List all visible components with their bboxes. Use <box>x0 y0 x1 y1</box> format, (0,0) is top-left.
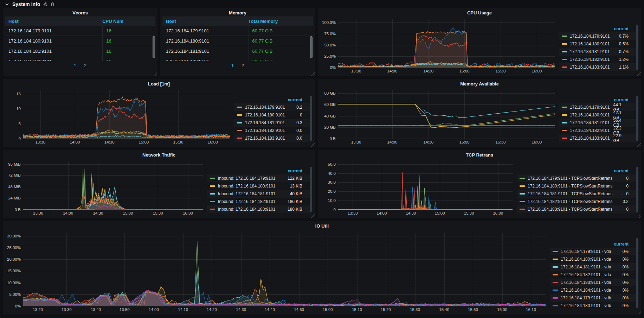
column-header-host[interactable]: Host <box>8 19 102 24</box>
legend-series-label: 172.16.184.179:9101 <box>570 105 610 110</box>
legend-scrollbar-thumb[interactable] <box>310 167 312 212</box>
legend-item[interactable]: 172.16.184.180:91010.5% <box>559 40 638 48</box>
x-tick-label: 13:30 <box>346 140 367 144</box>
legend-current-value: 0 <box>296 113 302 117</box>
y-tick-label: 30.0 <box>328 180 336 184</box>
panel-resize-handle[interactable] <box>311 214 315 218</box>
legend-item[interactable]: 172.16.184.184:9101 - vda0% <box>550 286 638 294</box>
legend-color-swatch <box>562 43 567 45</box>
host-cell: 172.16.184.180:9101 <box>166 38 249 44</box>
legend-item[interactable]: 172.16.184.179:9101 - vda0% <box>550 248 638 255</box>
legend-item[interactable]: 172.16.184.181:9101 - TCPSlowStartRetran… <box>517 190 638 198</box>
legend-item[interactable]: 172.16.184.182:91010.0 <box>234 127 311 134</box>
x-tick-label: 13:40 <box>85 307 107 312</box>
panel-resize-handle[interactable] <box>637 143 641 147</box>
x-tick-label: 15:30 <box>168 140 189 144</box>
panel-resize-handle[interactable] <box>311 72 315 76</box>
legend-item[interactable]: 172.16.184.182:91011.2% <box>559 56 638 63</box>
legend-scrollbar-thumb[interactable] <box>636 167 638 212</box>
panel-title-tcp-retrans[interactable]: TCP Retrans <box>320 151 639 159</box>
table-vcores: HostCPU Num172.16.184.179:910116172.16.1… <box>5 17 155 75</box>
x-tick-label: 14:40 <box>259 307 280 312</box>
x-tick-label: 14:30 <box>231 307 252 312</box>
legend-item[interactable]: 172.16.184.182:9101 - TCPSlowStartRetran… <box>517 198 638 205</box>
legend-item[interactable]: 172.16.184.180:91010 <box>234 111 311 119</box>
trash-icon[interactable] <box>51 2 54 6</box>
legend-item[interactable]: 172.16.184.179:91010.2 <box>234 103 311 111</box>
series-fill <box>338 31 555 68</box>
row-title[interactable]: System Info <box>12 1 40 7</box>
panel-resize-handle[interactable] <box>637 72 641 76</box>
legend-series-label: 172.16.184.179:9101 <box>570 34 610 39</box>
legend-current-value: 180 KiB <box>284 207 302 212</box>
table-scrollbar-thumb[interactable] <box>153 36 155 58</box>
panel-title-network-traffic[interactable]: Network Traffic <box>5 151 313 159</box>
legend-item[interactable]: Inbound: 172.16.184.182:9101186 KiB <box>207 198 311 205</box>
value-cell: 16 <box>102 56 111 61</box>
y-tick-label: 24 MiB <box>8 196 21 200</box>
legend-current-value: 0% <box>619 249 629 254</box>
column-header-host[interactable]: Host <box>166 19 249 24</box>
panel-title-cpu-usage[interactable]: CPU Usage <box>320 9 639 17</box>
plot-area: 0 B24 MiB48 MiB72 MiB95 MiB13:3014:0014:… <box>23 161 203 210</box>
panel-title-memory[interactable]: Memory <box>162 9 313 17</box>
chart-plot-memav: 0 B20 GB40 GB60 GB80 GB13:3014:0014:3015… <box>320 88 558 146</box>
legend-item[interactable]: 172.16.184.180:9101 - vdb0% <box>550 302 638 310</box>
legend-current-value: 1.1% <box>616 65 629 70</box>
legend-item[interactable]: 172.16.184.180:9101 - vda0% <box>550 255 638 263</box>
panel-title-vcores[interactable]: Vcores <box>5 9 155 17</box>
legend-color-swatch <box>237 114 242 116</box>
pagination-page-1[interactable]: 1 <box>74 63 76 68</box>
x-tick-label: 15:00 <box>317 307 338 312</box>
legend-item[interactable]: Inbound: 172.16.184.179:9101122 KiB <box>207 174 311 182</box>
table-scrollbar-thumb[interactable] <box>310 36 313 58</box>
panel-resize-handle[interactable] <box>154 72 157 76</box>
table-row: 172.16.184.180:910160.77 GiB <box>162 36 313 46</box>
legend-current-value: 22.9 GB <box>610 133 629 143</box>
panel-resize-handle[interactable] <box>311 143 315 147</box>
legend-item[interactable]: 172.16.184.183:91011.1% <box>559 63 638 71</box>
pagination-page-2[interactable]: 2 <box>242 63 244 68</box>
legend-item[interactable]: 172.16.184.183:9101 - vda0% <box>550 279 638 286</box>
panel-resize-handle[interactable] <box>637 214 641 218</box>
cell-value: 16 <box>106 49 111 54</box>
y-tick-label: 0 B <box>15 208 21 212</box>
legend-scrollbar-thumb[interactable] <box>636 25 638 70</box>
column-header-cpu-num[interactable]: CPU Num <box>102 19 123 24</box>
legend-item[interactable]: 172.16.184.180:9101 - TCPSlowStartRetran… <box>517 182 638 190</box>
x-tick-label: 16:00 <box>488 211 509 215</box>
legend-item[interactable]: Inbound: 172.16.184.180:910113 KiB <box>207 182 311 190</box>
legend-scrollbar-thumb[interactable] <box>310 96 312 141</box>
column-header-total-memory[interactable]: Total Memory <box>249 19 278 24</box>
gear-icon[interactable] <box>43 2 47 6</box>
series-fill <box>23 97 230 139</box>
legend-item[interactable]: 172.16.184.182:9101 - vda0% <box>550 271 638 279</box>
legend-item[interactable]: 172.16.184.181:91010.3 <box>234 119 311 127</box>
x-tick-label: 14:30 <box>99 140 120 144</box>
panel-title-load-1m[interactable]: Load [1m] <box>5 80 313 88</box>
pagination-page-2[interactable]: 2 <box>84 63 86 68</box>
pagination-page-1[interactable]: 1 <box>231 63 234 68</box>
legend-item[interactable]: 172.16.184.179:91010.7% <box>559 32 638 40</box>
legend-item[interactable]: 172.16.184.181:9101 - vda0% <box>550 263 638 271</box>
chevron-down-icon[interactable] <box>5 2 9 6</box>
legend-item[interactable]: 172.16.184.183:9101 - TCPSlowStartRetran… <box>517 205 638 213</box>
x-tick-label: 15:00 <box>454 69 475 73</box>
legend-current-value: 0.2 <box>619 199 629 204</box>
legend-item[interactable]: Inbound: 172.16.184.183:9101180 KiB <box>207 205 311 213</box>
legend-item[interactable]: 172.16.184.181:91010.7% <box>559 48 638 56</box>
y-tick-label: 5 <box>19 122 21 126</box>
panel-title-io-util[interactable]: IO Util <box>5 222 639 230</box>
panel-title-memory-available[interactable]: Memory Available <box>320 80 639 88</box>
legend-item[interactable]: 172.16.184.183:91010.0 <box>234 134 311 142</box>
legend-item[interactable]: 172.16.184.179:9101 - vdb0% <box>550 294 638 302</box>
panel-resize-handle[interactable] <box>637 311 641 314</box>
x-tick-label: 14:00 <box>143 307 165 312</box>
legend-item[interactable]: Inbound: 172.16.184.181:910140 KiB <box>207 190 311 198</box>
legend-item[interactable]: 172.16.184.179:9101 - TCPSlowStartRetran… <box>517 174 638 182</box>
legend-scrollbar-thumb[interactable] <box>636 238 638 308</box>
legend-scrollbar-thumb[interactable] <box>636 96 638 141</box>
legend-item[interactable]: 172.16.184.183:910122.9 GB <box>559 134 638 142</box>
cell-value: 16 <box>106 28 111 33</box>
x-tick-label: 16:10 <box>520 307 541 312</box>
